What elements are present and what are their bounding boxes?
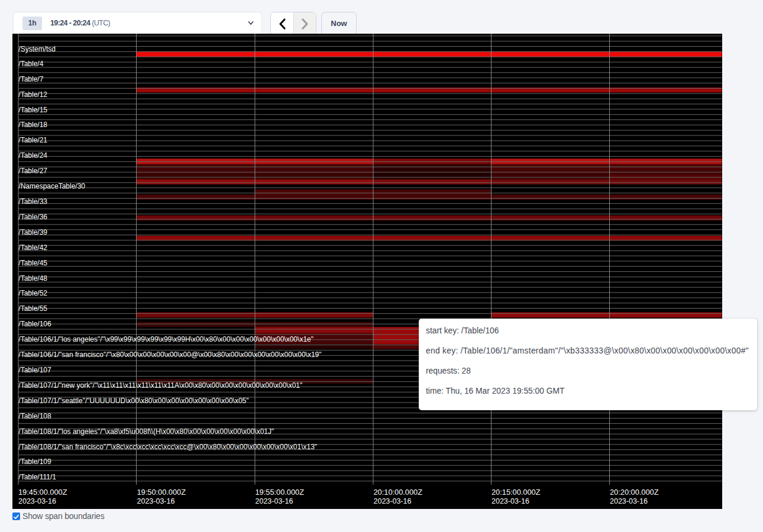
svg-text:/Table/107: /Table/107 <box>18 366 51 374</box>
svg-text:/NamespaceTable/30: /NamespaceTable/30 <box>18 182 85 190</box>
svg-text:19:45:00.000Z: 19:45:00.000Z <box>18 488 67 497</box>
svg-text:2023-03-16: 2023-03-16 <box>18 497 56 505</box>
svg-text:/Table/48: /Table/48 <box>18 274 47 283</box>
svg-text:/Table/24: /Table/24 <box>18 151 47 160</box>
svg-text:/Table/4: /Table/4 <box>18 60 43 68</box>
svg-text:/Table/18: /Table/18 <box>18 121 47 129</box>
svg-text:/Table/107/1/"new york"/"\x11\: /Table/107/1/"new york"/"\x11\x11\x11\x1… <box>18 381 302 390</box>
svg-text:/Table/12: /Table/12 <box>18 90 47 99</box>
svg-text:2023-03-16: 2023-03-16 <box>137 497 175 505</box>
svg-text:/Table/52: /Table/52 <box>18 289 47 297</box>
svg-text:/Table/7: /Table/7 <box>18 75 43 83</box>
svg-text:/Table/55: /Table/55 <box>18 304 47 313</box>
svg-text:/Table/42: /Table/42 <box>18 244 47 252</box>
svg-text:20:10:00.000Z: 20:10:00.000Z <box>374 488 423 497</box>
svg-text:/Table/45: /Table/45 <box>18 259 47 267</box>
svg-text:/Table/108: /Table/108 <box>18 412 51 420</box>
svg-text:/Table/15: /Table/15 <box>18 106 47 114</box>
svg-text:/Table/106: /Table/106 <box>18 320 51 328</box>
svg-text:/System/tsd: /System/tsd <box>18 45 56 53</box>
svg-text:19:50:00.000Z: 19:50:00.000Z <box>137 488 186 497</box>
svg-text:/Table/36: /Table/36 <box>18 213 47 221</box>
svg-text:/Table/111/1: /Table/111/1 <box>18 473 56 481</box>
svg-text:2023-03-16: 2023-03-16 <box>610 497 648 505</box>
svg-text:/Table/106/1/"los angeles"/"\x: /Table/106/1/"los angeles"/"\x99\x99\x99… <box>18 335 313 343</box>
svg-text:/Table/107/1/"seattle"/"UUUUUU: /Table/107/1/"seattle"/"UUUUUUD\x00\x80\… <box>18 397 248 405</box>
svg-text:19:55:00.000Z: 19:55:00.000Z <box>256 488 305 497</box>
svg-text:20:15:00.000Z: 20:15:00.000Z <box>492 488 541 497</box>
svg-text:2023-03-16: 2023-03-16 <box>374 497 412 505</box>
svg-text:/Table/106/1/"san francisco"/": /Table/106/1/"san francisco"/"\x80\x00\x… <box>18 351 321 359</box>
svg-text:/Table/33: /Table/33 <box>18 197 47 206</box>
svg-text:20:20:00.000Z: 20:20:00.000Z <box>610 488 659 497</box>
svg-text:/Table/27: /Table/27 <box>18 167 47 175</box>
svg-text:2023-03-16: 2023-03-16 <box>492 497 529 505</box>
svg-text:/Table/21: /Table/21 <box>18 136 47 144</box>
svg-text:/Table/39: /Table/39 <box>18 228 47 236</box>
svg-text:/Table/109: /Table/109 <box>18 458 51 466</box>
svg-text:/Table/108/1/"los angeles"/"\x: /Table/108/1/"los angeles"/"\xa8\xf5\u00… <box>18 427 274 436</box>
svg-text:2023-03-16: 2023-03-16 <box>256 497 293 505</box>
svg-text:/Table/108/1/"san francisco"/": /Table/108/1/"san francisco"/"\x8c\xcc\x… <box>18 443 317 451</box>
